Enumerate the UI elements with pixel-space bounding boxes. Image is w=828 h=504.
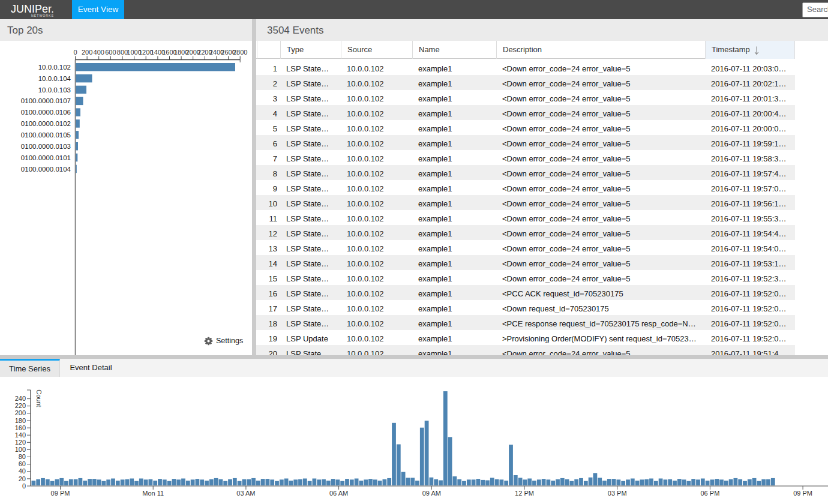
svg-text:09 AM: 09 AM [422,490,441,497]
svg-text:10.0.0.104: 10.0.0.104 [38,75,71,82]
svg-text:200: 200 [82,49,92,56]
svg-text:160: 160 [15,424,26,431]
svg-text:220: 220 [15,402,26,409]
svg-text:Mon 11: Mon 11 [142,490,164,497]
svg-text:Count: Count [35,389,43,407]
svg-text:03 AM: 03 AM [236,490,255,497]
svg-text:09 PM: 09 PM [51,490,70,497]
svg-text:03 PM: 03 PM [608,490,627,497]
svg-text:180: 180 [15,417,26,424]
svg-text:120: 120 [15,439,26,446]
svg-text:600: 600 [105,49,116,56]
svg-text:10.0.0.102: 10.0.0.102 [38,64,71,71]
svg-text:20: 20 [19,475,26,482]
svg-text:0100.0000.0101: 0100.0000.0101 [21,154,71,161]
svg-text:06 AM: 06 AM [329,490,348,497]
svg-text:0: 0 [22,482,26,490]
svg-text:240: 240 [15,395,26,402]
svg-text:40: 40 [19,467,26,475]
svg-text:12 PM: 12 PM [515,490,534,497]
svg-text:140: 140 [15,431,26,439]
svg-text:200: 200 [15,409,26,416]
svg-text:0100.0000.0106: 0100.0000.0106 [21,109,71,116]
svg-text:10.0.0.103: 10.0.0.103 [38,86,71,94]
svg-text:0100.0000.0105: 0100.0000.0105 [21,131,71,139]
svg-text:0100.0000.0104: 0100.0000.0104 [21,166,71,173]
svg-text:100: 100 [15,446,26,453]
svg-text:80: 80 [19,453,26,460]
svg-text:2800: 2800 [233,49,247,56]
svg-text:0: 0 [73,49,77,56]
svg-text:06 PM: 06 PM [701,490,720,497]
svg-text:0100.0000.0107: 0100.0000.0107 [21,97,71,104]
svg-text:09 PM: 09 PM [793,490,812,497]
svg-text:400: 400 [94,49,104,56]
svg-text:JUNIPer.: JUNIPer. [11,3,54,15]
svg-text:0100.0000.0103: 0100.0000.0103 [21,143,71,150]
svg-text:NETWORKS: NETWORKS [31,14,54,17]
svg-text:0100.0000.0102: 0100.0000.0102 [21,120,71,127]
svg-text:60: 60 [19,460,26,467]
